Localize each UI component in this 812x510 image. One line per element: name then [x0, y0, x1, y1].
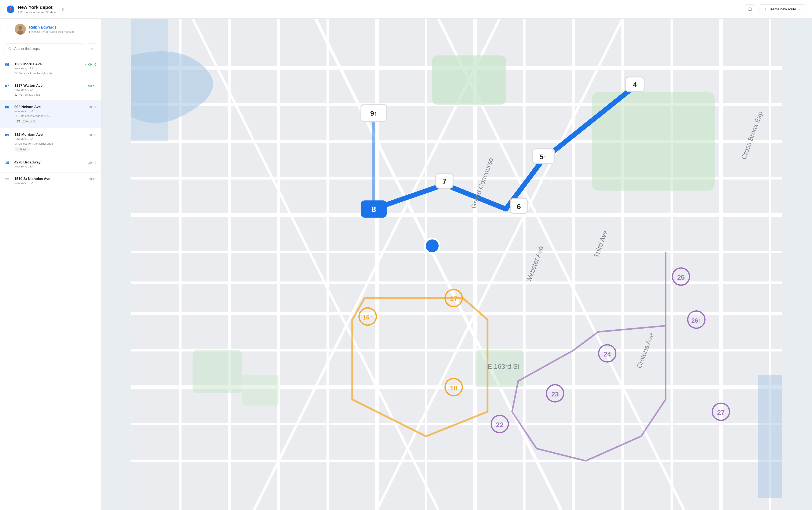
svg-text:4: 4 — [633, 81, 637, 89]
stop-content: 1197 Walton Ave New York, USA 📞+1 728 61… — [14, 84, 81, 96]
stop-content: 1510 St Nicholas Ave New York, USA — [14, 177, 85, 185]
stop-note: ☐Entrance from the right side — [14, 72, 81, 75]
svg-rect-41 — [758, 375, 782, 498]
depot-icon: 📍 — [7, 5, 14, 13]
header-left: 📍 New York depot 112 routes in the last … — [7, 5, 65, 14]
svg-text:7: 7 — [442, 177, 446, 185]
map-svg: 17 16↑ 18 22 23 24 25 26↑ 27 — [102, 19, 812, 510]
stop-number: 10 — [5, 160, 11, 165]
stop-tag: ↑Pickup — [14, 147, 30, 152]
svg-text:16↑: 16↑ — [362, 314, 373, 321]
stop-city: New York, USA — [14, 67, 81, 70]
svg-text:E 163rd St: E 163rd St — [487, 363, 519, 370]
stops-list: 06 1382 Morris Ave New York, USA ☐Entran… — [0, 58, 101, 510]
stop-time: 10:44 — [88, 160, 96, 164]
depot-info: New York depot 112 routes in the last 30… — [18, 5, 56, 14]
bookmark-icon — [748, 7, 752, 11]
depot-name: New York depot — [18, 5, 56, 10]
svg-text:22: 22 — [496, 421, 504, 428]
stop-city: New York, USA — [14, 88, 81, 91]
header: 📍 New York depot 112 routes in the last … — [0, 0, 812, 19]
clock-icon: ⏰ — [17, 120, 20, 123]
check-icon: ✓ — [84, 63, 87, 66]
create-route-label: Create new route — [768, 7, 796, 11]
avatar-image — [15, 24, 26, 35]
stop-time-done: ✓ 09:46 — [84, 62, 96, 66]
svg-text:27: 27 — [717, 409, 725, 416]
svg-text:6: 6 — [517, 202, 521, 211]
stop-note: 📞+1 728 610 7332 — [14, 93, 81, 96]
depot-chevron-icon[interactable]: ⇅ — [61, 7, 65, 12]
svg-point-2 — [17, 30, 23, 35]
depot-subtitle: 112 routes in the last 30 days — [18, 10, 56, 14]
stop-number: 08 — [5, 105, 11, 110]
stop-content: 992 Nelson Ave New York, USA ☐Gate acces… — [14, 105, 85, 124]
stop-item[interactable]: 09 332 Merriam Ave New York, USA ☐Collec… — [0, 128, 101, 156]
svg-rect-35 — [432, 55, 506, 104]
map-area: 17 16↑ 18 22 23 24 25 26↑ 27 — [102, 19, 812, 510]
stop-content: 4278 Broadway New York, USA — [14, 160, 85, 168]
search-input[interactable] — [14, 47, 80, 51]
back-button[interactable]: ← — [6, 26, 10, 32]
stop-time-done: ✓ 09:52 — [84, 84, 96, 88]
svg-text:17: 17 — [450, 295, 458, 303]
stop-content: 1382 Morris Ave New York, USA ☐Entrance … — [14, 62, 81, 75]
search-input-wrap[interactable] — [4, 43, 84, 54]
stop-number: 06 — [5, 62, 11, 67]
search-dropdown-button[interactable] — [86, 43, 97, 54]
stop-content: 332 Merriam Ave New York, USA ☐Collect f… — [14, 132, 85, 152]
svg-text:18: 18 — [450, 384, 458, 392]
note-icon: 📞 — [14, 93, 18, 96]
stop-city: New York, USA — [14, 110, 85, 113]
driver-section: ← Ralph Edwards Finishing 17:20 • Done 7… — [0, 19, 101, 40]
stop-address: 4278 Broadway — [14, 160, 85, 164]
stop-city: New York, USA — [14, 137, 85, 141]
tag-icon: ↑ — [17, 148, 18, 151]
sidebar: ← Ralph Edwards Finishing 17:20 • Done 7… — [0, 19, 102, 510]
search-icon — [8, 47, 11, 51]
stop-note: ☐Gate access code is 2255 — [14, 114, 85, 118]
stop-number: 09 — [5, 132, 11, 137]
create-route-button[interactable]: + Create new route ▾ — [758, 4, 805, 14]
time-window: ⏰10:00–11:00 — [14, 119, 38, 124]
stop-address: 1382 Morris Ave — [14, 62, 81, 66]
svg-rect-40 — [131, 19, 168, 142]
stop-number: 07 — [5, 84, 11, 88]
svg-point-3 — [9, 48, 11, 50]
svg-rect-39 — [242, 375, 279, 406]
stop-address: 992 Nelson Ave — [14, 105, 85, 109]
svg-text:26↑: 26↑ — [692, 317, 701, 324]
svg-text:9↑: 9↑ — [370, 110, 377, 117]
stop-item[interactable]: 10 4278 Broadway New York, USA 10:44 — [0, 156, 101, 173]
stop-time: 10:29 — [88, 132, 96, 137]
svg-rect-38 — [193, 350, 242, 393]
chevron-down-icon: ▾ — [798, 8, 800, 11]
driver-name: Ralph Edwards — [29, 25, 75, 30]
main-layout: ← Ralph Edwards Finishing 17:20 • Done 7… — [0, 19, 812, 510]
stop-number: 11 — [5, 177, 11, 181]
svg-text:5↑: 5↑ — [540, 153, 547, 161]
stop-item[interactable]: 11 1510 St Nicholas Ave New York, USA 10… — [0, 173, 101, 189]
stop-time: 10:49 — [88, 177, 96, 181]
driver-status: Finishing 17:20 • Done 7/64 • 68.6km — [29, 30, 75, 33]
svg-text:8: 8 — [372, 205, 376, 214]
svg-text:23: 23 — [551, 390, 559, 398]
stop-item[interactable]: 06 1382 Morris Ave New York, USA ☐Entran… — [0, 58, 101, 79]
stop-address: 332 Merriam Ave — [14, 132, 85, 137]
chevron-down-icon — [90, 47, 93, 51]
stop-address: 1510 St Nicholas Ave — [14, 177, 85, 181]
stop-city: New York, USA — [14, 165, 85, 168]
svg-text:24: 24 — [604, 350, 611, 358]
search-section — [0, 40, 101, 58]
avatar — [15, 24, 26, 35]
svg-point-1 — [19, 26, 22, 30]
note-icon: ☐ — [14, 115, 17, 118]
check-icon: ✓ — [84, 84, 87, 88]
stop-item[interactable]: 08 992 Nelson Ave New York, USA ☐Gate ac… — [0, 101, 101, 128]
stop-time: 10:02 — [88, 105, 96, 109]
bookmark-button[interactable] — [745, 4, 755, 14]
note-icon: ☐ — [14, 142, 17, 145]
plus-icon: + — [764, 7, 766, 12]
header-right: + Create new route ▾ — [745, 4, 805, 14]
stop-item[interactable]: 07 1197 Walton Ave New York, USA 📞+1 728… — [0, 79, 101, 101]
